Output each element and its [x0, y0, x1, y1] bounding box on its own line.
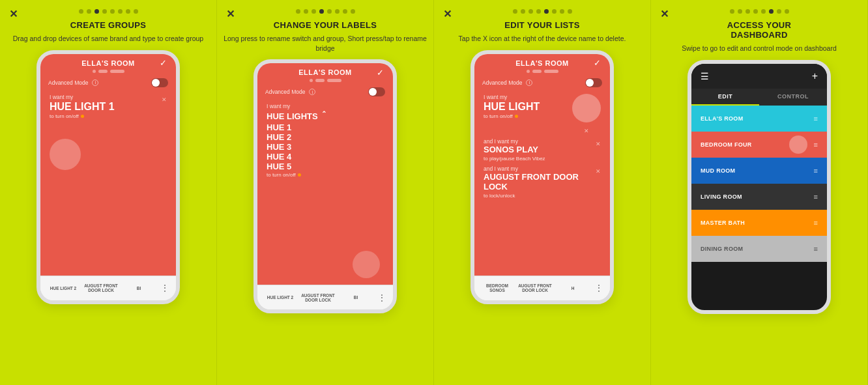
i-want-my-2: I want my [267, 103, 384, 109]
bottom-item-1[interactable]: HUE LIGHT 2 [46, 286, 81, 291]
panel-desc-2: Long press to rename switch and group, S… [224, 34, 427, 53]
panel-desc-4: Swipe to go to edit and control mode on … [682, 44, 837, 53]
device-x-1[interactable]: ✕ [162, 96, 167, 103]
dot [134, 9, 138, 14]
status-dot-3a [515, 115, 518, 118]
device-x-3a[interactable]: ✕ [584, 128, 589, 134]
hue-item-1: HUE 1 [267, 122, 384, 132]
close-icon-1[interactable]: ✕ [9, 8, 18, 20]
toggle-knob-3 [586, 79, 594, 87]
device-row-3c: and I want my AUGUST FRONT DOOR LOCK to … [484, 165, 601, 199]
close-icon-3[interactable]: ✕ [443, 8, 452, 20]
device-x-3b[interactable]: ✕ [596, 141, 601, 147]
info-icon-2: i [309, 89, 315, 95]
device-action-3c: to lock/unlock [484, 193, 596, 199]
dot [311, 9, 316, 14]
hamburger-icon[interactable]: ☰ [701, 71, 709, 81]
panel-title-4: ACCESS YOUR DASHBOARD [727, 20, 791, 40]
toggle-knob-2 [369, 88, 377, 96]
i-want-my-1: I want my [50, 94, 115, 100]
hue-item-4: HUE 4 [267, 152, 384, 162]
dots-row-2 [296, 9, 355, 14]
device-x-3c[interactable]: ✕ [596, 168, 601, 175]
status-dot-1 [81, 115, 84, 118]
tab-control[interactable]: CONTROL [759, 89, 827, 106]
hue-item-2: HUE 2 [267, 132, 384, 142]
room-label-dining: DINING ROOM [701, 246, 743, 252]
phone-advanced-3: Advanced Mode i [474, 76, 610, 90]
phone-dot-rect [532, 70, 542, 73]
bottom-item-7[interactable]: BEDROOM SONOS [480, 283, 515, 292]
bottom-item-8[interactable]: AUGUST FRONT DOOR LOCK [517, 283, 553, 292]
device-action-3b: to play/pause Beach Vibez [484, 156, 545, 162]
dot [126, 9, 130, 14]
toggle-1[interactable] [151, 78, 168, 87]
room-living-room[interactable]: LIVING ROOM ≡ [691, 184, 827, 210]
dots-row-3 [513, 9, 572, 14]
phone-header-2: ELLA'S ROOM ✓ [257, 63, 393, 79]
phone-dots-2 [257, 79, 393, 82]
plus-icon[interactable]: + [812, 70, 818, 82]
bottom-item-6[interactable]: BI [338, 295, 373, 300]
phone-mockup-2: ELLA'S ROOM ✓ Advanced Mode i I want my … [253, 59, 397, 313]
toggle-3[interactable] [585, 78, 602, 87]
phone-mockup-3: ELLA'S ROOM ✓ Advanced Mode i I want [470, 50, 614, 304]
bottom-menu-1[interactable]: ⋮ [159, 283, 171, 292]
device-name-1: HUE LIGHT 1 [50, 101, 115, 113]
dot [304, 9, 308, 14]
dot [102, 9, 107, 14]
room-menu-bedroom4[interactable]: ≡ [814, 141, 818, 149]
phone-bottom-2: HUE LIGHT 2 AUGUST FRONT DOOR LOCK BI ⋮ [257, 285, 393, 309]
close-icon-2[interactable]: ✕ [226, 8, 235, 20]
device-row-3b: and I want my SONOS PLAY to play/pause B… [484, 138, 601, 162]
bottom-menu-2[interactable]: ⋮ [376, 293, 388, 302]
phone-bottom-3: BEDROOM SONOS AUGUST FRONT DOOR LOCK H ⋮ [474, 276, 610, 300]
room-menu-ellas[interactable]: ≡ [814, 115, 818, 122]
bottom-item-4[interactable]: HUE LIGHT 2 [263, 295, 298, 300]
room-mud-room[interactable]: MUD ROOM ≡ [691, 158, 827, 184]
device-info-3c: and I want my AUGUST FRONT DOOR LOCK to … [484, 165, 596, 199]
room-master-bath[interactable]: MASTER BATH ≡ [691, 210, 827, 236]
room-menu-living[interactable]: ≡ [814, 193, 818, 201]
dot [327, 9, 332, 14]
i-want-my-3c: and I want my [484, 165, 596, 172]
circle-deco-2 [353, 251, 380, 278]
dot [335, 9, 340, 14]
close-icon-4[interactable]: ✕ [660, 8, 669, 20]
room-dining-room[interactable]: DINING ROOM ≡ [691, 236, 827, 262]
room-label-mud: MUD ROOM [701, 167, 735, 174]
room-ellas-room[interactable]: ELLA'S ROOM ≡ [691, 106, 827, 132]
check-icon-2: ✓ [377, 68, 384, 78]
room-menu-mud[interactable]: ≡ [814, 167, 818, 175]
room-label-bedroom4: BEDROOM FOUR [701, 141, 752, 148]
phone-inner-3: ELLA'S ROOM ✓ Advanced Mode i I want [474, 54, 610, 276]
room-bedroom-four[interactable]: BEDROOM FOUR ≡ [691, 132, 827, 158]
phone-dot [93, 70, 96, 73]
room-label-living: LIVING ROOM [701, 193, 742, 200]
dot [521, 9, 525, 14]
tab-edit[interactable]: EDIT [691, 89, 759, 106]
room-menu-dining[interactable]: ≡ [814, 245, 818, 253]
panel-change-labels: ✕ CHANGE YOUR LABELS Long press to renam… [217, 0, 434, 385]
device-name-3c: AUGUST FRONT DOOR LOCK [484, 173, 596, 192]
room-label-ellas: ELLA'S ROOM [701, 115, 743, 122]
dot [560, 9, 564, 14]
phone-dots-3 [474, 70, 610, 73]
dot [79, 9, 83, 14]
bottom-item-3[interactable]: BI [121, 286, 156, 291]
bottom-item-9[interactable]: H [555, 286, 590, 291]
dot [343, 9, 347, 14]
dot [513, 9, 517, 14]
dot [351, 9, 355, 14]
toggle-2[interactable] [368, 87, 385, 96]
bottom-item-5[interactable]: AUGUST FRONT DOOR LOCK [300, 293, 336, 302]
phone-dot-line [110, 70, 124, 73]
dot [738, 9, 742, 14]
device-action-2: to turn on/off [267, 172, 384, 178]
bottom-menu-3[interactable]: ⋮ [593, 283, 605, 292]
room-menu-master[interactable]: ≡ [814, 219, 818, 227]
device-info-3a: I want my HUE LIGHT to turn on/off [484, 94, 540, 119]
bottom-item-2[interactable]: AUGUST FRONT DOOR LOCK [83, 283, 119, 292]
phone-header-1: ELLA'S ROOM ✓ [40, 54, 176, 70]
dot-active [769, 9, 774, 14]
